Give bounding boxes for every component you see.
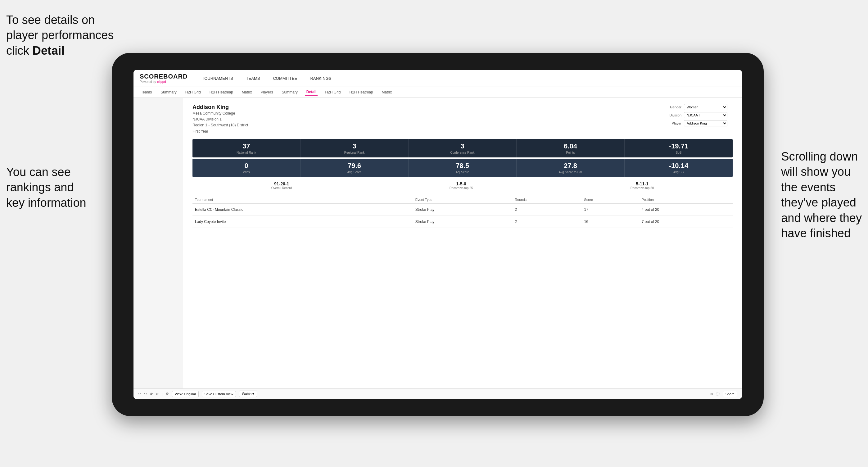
col-event-type: Event Type <box>413 196 512 204</box>
stat-value-avg-score-par: 27.8 <box>519 162 622 170</box>
logo-scoreboard: SCOREBOARD <box>140 73 187 80</box>
record-overall-value: 91-20-1 <box>271 181 292 186</box>
subnav-summary2[interactable]: Summary <box>280 89 299 95</box>
tournament-table: Tournament Event Type Rounds Score Posit… <box>192 196 733 228</box>
nav-committee[interactable]: COMMITTEE <box>271 75 299 82</box>
player-header: Addison King Mesa Community College NJCA… <box>192 104 733 134</box>
stats-grid-row2: 0 Wins 79.6 Avg Score 78.5 Adj Score 27.… <box>192 159 733 177</box>
record-top50-label: Record vs top 50 <box>630 186 654 190</box>
stat-label-avg-score-par: Avg Score to Par <box>519 170 622 174</box>
annotation-right: Scrolling down will show you the events … <box>781 149 862 241</box>
stat-avg-score: 79.6 Avg Score <box>301 159 408 177</box>
col-rounds: Rounds <box>512 196 582 204</box>
stat-avg-score-par: 27.8 Avg Score to Par <box>517 159 625 177</box>
bottom-toolbar: ↩ ↪ ⟳ ⊕ | ⚙ View: Original Save Custom V… <box>133 388 742 399</box>
toolbar-refresh-icon[interactable]: ⟳ <box>150 392 153 396</box>
nav-teams[interactable]: TEAMS <box>244 75 262 82</box>
stat-regional-rank: 3 Regional Rank <box>301 139 408 157</box>
record-top25-value: 1-5-0 <box>450 181 473 186</box>
gender-select[interactable]: Women Men <box>684 104 727 110</box>
subnav-h2h-heatmap2[interactable]: H2H Heatmap <box>348 89 374 95</box>
subnav-h2h-grid2[interactable]: H2H Grid <box>324 89 342 95</box>
stat-label-conference: Conference Rank <box>411 151 514 154</box>
stat-label-national: National Rank <box>195 151 298 154</box>
nav-rankings[interactable]: RANKINGS <box>308 75 333 82</box>
rounds-2: 2 <box>512 216 582 227</box>
player-region: Region 1 - Southwest (18) District <box>192 122 248 128</box>
record-overall-label: Overall Record <box>271 186 292 190</box>
annotation-top-left: To see details on player performances cl… <box>6 12 114 58</box>
division-label: Division <box>664 113 681 117</box>
stat-adj-score: 78.5 Adj Score <box>408 159 517 177</box>
nav-tournaments[interactable]: TOURNAMENTS <box>200 75 235 82</box>
stat-label-sos: SoS <box>627 151 730 154</box>
col-tournament: Tournament <box>192 196 413 204</box>
stat-label-avg-score: Avg Score <box>303 170 406 174</box>
view-original-button[interactable]: View: Original <box>172 391 199 397</box>
subnav-summary[interactable]: Summary <box>159 89 178 95</box>
event-type-1: Stroke Play <box>413 204 512 216</box>
col-position: Position <box>639 196 733 204</box>
stat-avg-sg: -10.14 Avg SG <box>625 159 733 177</box>
player-control: Player Addison King <box>664 120 733 126</box>
col-score: Score <box>582 196 639 204</box>
subnav-players[interactable]: Players <box>259 89 274 95</box>
stat-label-avg-sg: Avg SG <box>627 170 730 174</box>
table-row: Lady Coyote Invite Stroke Play 2 16 7 ou… <box>192 216 733 227</box>
toolbar-expand-icon[interactable]: ⛶ <box>716 392 720 396</box>
subnav-matrix[interactable]: Matrix <box>241 89 253 95</box>
record-overall: 91-20-1 Overall Record <box>271 181 292 190</box>
score-1: 17 <box>582 204 639 216</box>
share-button[interactable]: Share <box>723 391 737 397</box>
stats-grid-row1: 37 National Rank 3 Regional Rank 3 Confe… <box>192 139 733 157</box>
division-select[interactable]: NJCAA I NJCAA II <box>684 112 727 118</box>
table-row: Estella CC- Mountain Classic Stroke Play… <box>192 204 733 216</box>
gender-control: Gender Women Men <box>664 104 733 110</box>
score-2: 16 <box>582 216 639 227</box>
save-custom-view-button[interactable]: Save Custom View <box>202 391 236 397</box>
subnav-teams[interactable]: Teams <box>140 89 153 95</box>
stat-value-regional: 3 <box>303 142 406 150</box>
toolbar-undo-icon[interactable]: ↩ <box>138 392 141 396</box>
toolbar-device-icon: 🖥 <box>710 392 713 396</box>
tournament-name-2: Lady Coyote Invite <box>192 216 413 227</box>
watch-button[interactable]: Watch ▾ <box>239 391 257 397</box>
records-row: 91-20-1 Overall Record 1-5-0 Record vs t… <box>192 178 733 193</box>
top-nav: SCOREBOARD Powered by clippd TOURNAMENTS… <box>133 70 742 87</box>
toolbar-redo-icon[interactable]: ↪ <box>144 392 147 396</box>
player-name: Addison King <box>192 104 248 111</box>
record-top25-label: Record vs top 25 <box>450 186 473 190</box>
subnav-h2h-grid[interactable]: H2H Grid <box>184 89 202 95</box>
toolbar-settings-icon[interactable]: ⚙ <box>166 392 169 396</box>
record-top50: 5-11-1 Record vs top 50 <box>630 181 654 190</box>
stat-value-national: 37 <box>195 142 298 150</box>
stat-value-wins: 0 <box>195 162 298 170</box>
player-college: Mesa Community College <box>192 111 248 117</box>
stat-value-points: 6.04 <box>519 142 622 150</box>
stat-national-rank: 37 National Rank <box>192 139 301 157</box>
player-info: Addison King Mesa Community College NJCA… <box>192 104 248 134</box>
toolbar-zoom-icon[interactable]: ⊕ <box>156 392 159 396</box>
player-select[interactable]: Addison King <box>684 120 727 126</box>
sub-nav: Teams Summary H2H Grid H2H Heatmap Matri… <box>133 87 742 98</box>
player-controls: Gender Women Men Division NJCAA I NJCAA … <box>664 104 733 134</box>
position-2: 7 out of 20 <box>639 216 733 227</box>
stat-label-adj-score: Adj Score <box>411 170 514 174</box>
stat-label-wins: Wins <box>195 170 298 174</box>
subnav-matrix2[interactable]: Matrix <box>381 89 393 95</box>
rounds-1: 2 <box>512 204 582 216</box>
position-1: 4 out of 20 <box>639 204 733 216</box>
content-area: Addison King Mesa Community College NJCA… <box>183 98 742 388</box>
subnav-h2h-heatmap[interactable]: H2H Heatmap <box>208 89 235 95</box>
stat-value-avg-sg: -10.14 <box>627 162 730 170</box>
subnav-detail[interactable]: Detail <box>305 89 318 96</box>
tablet-frame: SCOREBOARD Powered by clippd TOURNAMENTS… <box>112 53 764 416</box>
record-top50-value: 5-11-1 <box>630 181 654 186</box>
logo-powered: Powered by clippd <box>140 80 187 84</box>
stat-label-regional: Regional Rank <box>303 151 406 154</box>
stat-value-conference: 3 <box>411 142 514 150</box>
stat-value-avg-score: 79.6 <box>303 162 406 170</box>
main-content: Addison King Mesa Community College NJCA… <box>133 98 742 388</box>
stat-wins: 0 Wins <box>192 159 301 177</box>
stat-value-sos: -19.71 <box>627 142 730 150</box>
